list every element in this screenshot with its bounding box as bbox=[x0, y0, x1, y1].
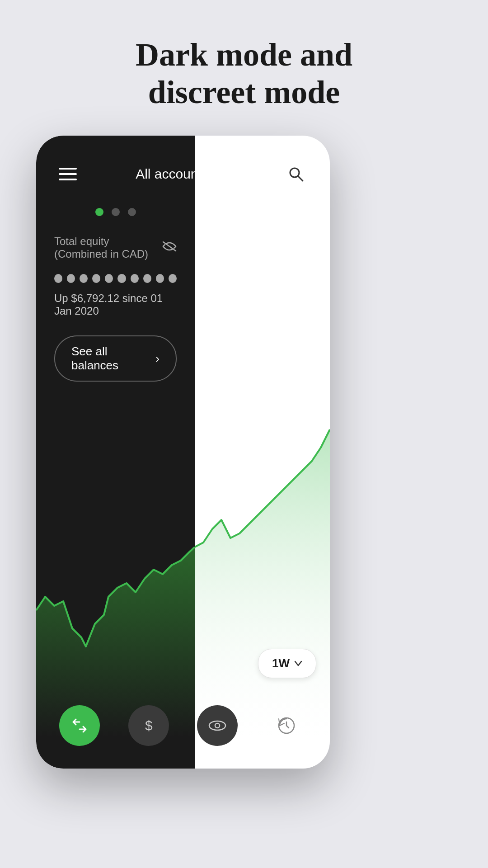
equity-value-hidden bbox=[54, 274, 177, 283]
hamburger-line bbox=[59, 179, 77, 180]
phone-header: All accounts bbox=[36, 136, 330, 199]
h-dot bbox=[54, 274, 62, 283]
equity-change-text: Up $6,792.12 since 01 Jan 2020 bbox=[54, 292, 177, 317]
svg-point-5 bbox=[209, 721, 225, 730]
phone-shell: All accounts T bbox=[36, 136, 330, 769]
time-selector[interactable]: 1W bbox=[258, 649, 316, 678]
svg-line-1 bbox=[298, 176, 303, 181]
dot-2[interactable] bbox=[112, 208, 120, 216]
phone-container: All accounts T bbox=[36, 136, 330, 769]
hamburger-line bbox=[59, 173, 77, 175]
see-all-balances-button[interactable]: See all balances › bbox=[54, 335, 177, 382]
equity-label-row: Total equity (Combined in CAD) bbox=[54, 235, 177, 260]
dot-3[interactable] bbox=[128, 208, 136, 216]
chevron-down-icon bbox=[217, 171, 226, 177]
h-dot bbox=[92, 274, 100, 283]
account-selector[interactable]: All accounts bbox=[136, 166, 226, 182]
h-dot bbox=[117, 274, 126, 283]
dot-1[interactable] bbox=[95, 208, 103, 216]
cash-button[interactable]: $ bbox=[128, 705, 169, 746]
search-button[interactable] bbox=[285, 163, 307, 185]
hamburger-line bbox=[59, 168, 77, 170]
h-dot bbox=[169, 274, 177, 283]
eye-slash-icon[interactable] bbox=[162, 241, 177, 255]
chevron-right-icon: › bbox=[155, 352, 160, 366]
hamburger-menu-button[interactable] bbox=[59, 168, 77, 180]
page-dots bbox=[36, 208, 195, 216]
h-dot bbox=[131, 274, 139, 283]
watchlist-button[interactable] bbox=[197, 705, 238, 746]
history-button[interactable] bbox=[266, 705, 307, 746]
svg-point-6 bbox=[215, 723, 220, 728]
chart-area bbox=[36, 375, 330, 737]
bottom-nav: $ bbox=[36, 692, 330, 769]
h-dot bbox=[80, 274, 88, 283]
h-dot bbox=[67, 274, 75, 283]
h-dot bbox=[105, 274, 113, 283]
svg-text:$: $ bbox=[145, 718, 153, 733]
h-dot bbox=[156, 274, 164, 283]
equity-label-text: Total equity (Combined in CAD) bbox=[54, 235, 156, 260]
page-background: Dark mode and discreet mode All accounts bbox=[0, 0, 488, 868]
transfer-button[interactable] bbox=[59, 705, 100, 746]
h-dot bbox=[143, 274, 151, 283]
page-title: Dark mode and discreet mode bbox=[0, 0, 488, 138]
equity-section: Total equity (Combined in CAD) bbox=[36, 235, 195, 382]
